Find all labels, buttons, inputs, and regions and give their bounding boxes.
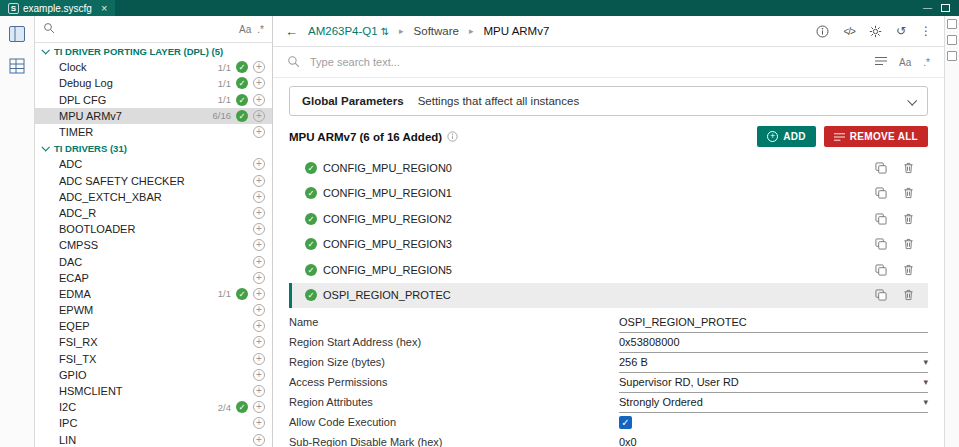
chevron-down-icon[interactable]: ▾ [923, 397, 928, 407]
sidebar-item-timer[interactable]: TIMER+ [35, 124, 272, 140]
sidebar-item-cmpss[interactable]: CMPSS+ [35, 237, 272, 253]
minimized-view-icon[interactable] [947, 19, 957, 29]
sidebar-item-epwm[interactable]: EPWM+ [35, 302, 272, 318]
add-instance-icon[interactable]: + [253, 94, 265, 106]
history-icon[interactable]: ↺ [896, 24, 906, 38]
field-name[interactable]: OSPI_REGION_PROTEC [619, 312, 928, 333]
kebab-menu-icon[interactable]: ⋮ [920, 24, 932, 38]
chevron-down-icon[interactable]: ▾ [923, 357, 928, 367]
grid-view-icon[interactable] [7, 56, 27, 76]
sidebar-item-lin[interactable]: LIN+ [35, 432, 272, 447]
regex-toggle[interactable]: .* [923, 57, 930, 68]
add-instance-icon[interactable]: + [253, 434, 265, 446]
sidebar-search-input[interactable] [61, 22, 233, 36]
field-region-start-address-hex[interactable]: 0x53808000 [619, 332, 928, 353]
restore-window-icon[interactable] [941, 4, 950, 12]
duplicate-icon[interactable] [875, 289, 887, 301]
field-region-attributes[interactable]: Strongly Ordered▾ [619, 392, 928, 413]
gear-icon[interactable] [869, 25, 882, 38]
delete-icon[interactable] [903, 213, 914, 225]
sidebar-item-adc-extch-xbar[interactable]: ADC_EXTCH_XBAR+ [35, 189, 272, 205]
sidebar-item-hsmclient[interactable]: HSMCLIENT+ [35, 383, 272, 399]
instance-row-ospi-region-protec[interactable]: ✓OSPI_REGION_PROTEC [289, 283, 928, 309]
minimize-window-icon[interactable]: — [923, 3, 932, 13]
add-instance-icon[interactable]: + [253, 256, 265, 268]
chevron-down-icon[interactable]: ▾ [923, 377, 928, 387]
instance-row-config-mpu-region5[interactable]: ✓CONFIG_MPU_REGION5 [289, 257, 928, 283]
add-instance-icon[interactable]: + [253, 401, 265, 413]
sidebar-item-gpio[interactable]: GPIO+ [35, 367, 272, 383]
field-sub-region-disable-mark-hex[interactable]: 0x0 [619, 432, 928, 447]
config-view-icon[interactable] [7, 24, 27, 44]
add-instance-icon[interactable]: + [253, 417, 265, 429]
add-instance-icon[interactable]: + [253, 61, 265, 73]
sidebar-item-fsi-tx[interactable]: FSI_TX+ [35, 351, 272, 367]
match-case-toggle[interactable]: Aa [899, 57, 911, 68]
sidebar-item-adc-r[interactable]: ADC_R+ [35, 205, 272, 221]
add-instance-icon[interactable]: + [253, 288, 265, 300]
instance-row-config-mpu-region3[interactable]: ✓CONFIG_MPU_REGION3 [289, 232, 928, 258]
add-instance-icon[interactable]: + [253, 158, 265, 170]
instance-row-config-mpu-region2[interactable]: ✓CONFIG_MPU_REGION2 [289, 206, 928, 232]
sidebar-item-edma[interactable]: EDMA1/1✓+ [35, 286, 272, 302]
delete-icon[interactable] [903, 264, 914, 276]
add-instance-icon[interactable]: + [253, 272, 265, 284]
match-case-toggle[interactable]: Aa [239, 24, 251, 35]
sidebar-item-clock[interactable]: Clock1/1✓+ [35, 59, 272, 75]
checkbox[interactable]: ✓ [619, 416, 632, 429]
sidebar-item-adc[interactable]: ADC+ [35, 156, 272, 172]
instance-row-config-mpu-region0[interactable]: ✓CONFIG_MPU_REGION0 [289, 155, 928, 181]
minimized-view-icon[interactable] [947, 35, 957, 45]
add-instance-icon[interactable]: + [253, 175, 265, 187]
sidebar-item-i2c[interactable]: I2C2/4✓+ [35, 399, 272, 415]
sidebar-item-bootloader[interactable]: BOOTLOADER+ [35, 221, 272, 237]
add-instance-icon[interactable]: + [253, 77, 265, 89]
duplicate-icon[interactable] [875, 213, 887, 225]
sidebar-item-dpl-cfg[interactable]: DPL CFG1/1✓+ [35, 92, 272, 108]
global-parameters-card[interactable]: Global Parameters Settings that affect a… [289, 86, 928, 116]
info-icon[interactable] [447, 131, 458, 142]
sidebar-item-eqep[interactable]: EQEP+ [35, 318, 272, 334]
add-instance-icon[interactable]: + [253, 110, 265, 122]
sidebar-item-ecap[interactable]: ECAP+ [35, 270, 272, 286]
tree-section-ti-drivers-31[interactable]: TI DRIVERS (31) [35, 140, 272, 156]
delete-icon[interactable] [903, 238, 914, 250]
code-view-icon[interactable]: </> [843, 26, 854, 37]
regex-toggle[interactable]: .* [257, 24, 264, 35]
add-instance-icon[interactable]: + [253, 369, 265, 381]
sidebar-item-adc-safety-checker[interactable]: ADC SAFETY CHECKER+ [35, 173, 272, 189]
add-instance-icon[interactable]: + [253, 223, 265, 235]
breadcrumb-software[interactable]: Software [414, 25, 459, 37]
info-icon[interactable] [816, 25, 829, 38]
add-button[interactable]: + ADD [757, 126, 816, 147]
field-allow-code-execution[interactable]: ✓ [619, 412, 928, 432]
search-list-icon[interactable] [875, 56, 887, 68]
add-instance-icon[interactable]: + [253, 385, 265, 397]
add-instance-icon[interactable]: + [253, 304, 265, 316]
add-instance-icon[interactable]: + [253, 320, 265, 332]
main-search-input[interactable] [308, 55, 867, 69]
duplicate-icon[interactable] [875, 187, 887, 199]
back-icon[interactable]: ← [285, 24, 298, 39]
editor-tab[interactable]: S example.syscfg × [0, 0, 115, 16]
field-access-permissions[interactable]: Supervisor RD, User RD▾ [619, 372, 928, 393]
delete-icon[interactable] [903, 162, 914, 174]
add-instance-icon[interactable]: + [253, 191, 265, 203]
duplicate-icon[interactable] [875, 238, 887, 250]
sidebar-item-debug-log[interactable]: Debug Log1/1✓+ [35, 75, 272, 91]
tree-section-ti-driver-porting-layer-dpl-5[interactable]: TI DRIVER PORTING LAYER (DPL) (5) [35, 43, 272, 59]
instance-row-config-mpu-region1[interactable]: ✓CONFIG_MPU_REGION1 [289, 181, 928, 207]
sidebar-item-dac[interactable]: DAC+ [35, 253, 272, 269]
add-instance-icon[interactable]: + [253, 353, 265, 365]
delete-icon[interactable] [903, 289, 914, 301]
add-instance-icon[interactable]: + [253, 239, 265, 251]
remove-all-button[interactable]: REMOVE ALL [824, 126, 928, 147]
sidebar-item-fsi-rx[interactable]: FSI_RX+ [35, 334, 272, 350]
sidebar-item-mpu-armv7[interactable]: MPU ARMv76/16✓+ [35, 108, 272, 124]
add-instance-icon[interactable]: + [253, 207, 265, 219]
sidebar-item-ipc[interactable]: IPC+ [35, 415, 272, 431]
duplicate-icon[interactable] [875, 264, 887, 276]
duplicate-icon[interactable] [875, 162, 887, 174]
add-instance-icon[interactable]: + [253, 336, 265, 348]
chevron-down-icon[interactable] [907, 95, 917, 105]
